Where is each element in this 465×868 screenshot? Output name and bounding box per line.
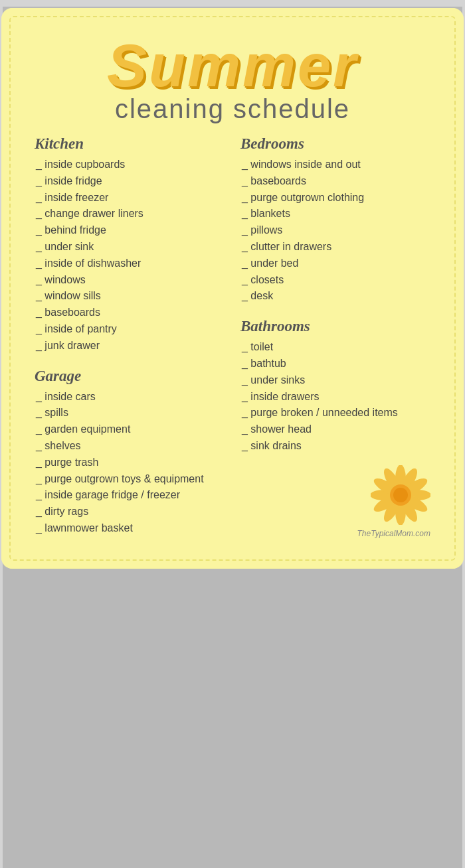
list-item: _ window sills [35, 288, 225, 305]
list-item: _ inside drawers [240, 389, 430, 405]
list-item: _ windows inside and out [240, 157, 430, 173]
list-item: _ closets [240, 272, 430, 289]
bedrooms-section: Bedrooms _ windows inside and out_ baseb… [240, 135, 430, 305]
card-container: Summer cleaning schedule Kitchen _ insid… [9, 16, 456, 561]
svg-point-13 [393, 488, 408, 502]
list-item: _ under bed [240, 255, 430, 272]
list-item: _ dirty rags [35, 504, 225, 520]
list-item: _ purge trash [35, 455, 225, 471]
left-column: Kitchen _ inside cupboards_ inside fridg… [35, 135, 225, 537]
garage-section: Garage _ inside cars_ spills_ garden equ… [35, 368, 225, 537]
footer-website: TheTypicalMom.com [240, 529, 430, 538]
list-item: _ inside garage fridge / freezer [35, 487, 225, 504]
list-item: _ blankets [240, 206, 430, 222]
title-subtitle: cleaning schedule [35, 93, 430, 125]
list-item: _ sink drains [240, 438, 430, 455]
bedrooms-title: Bedrooms [240, 135, 430, 153]
title-summer: Summer [35, 36, 430, 96]
kitchen-items: _ inside cupboards_ inside fridge_ insid… [35, 157, 225, 354]
list-item: _ inside of dishwasher [35, 255, 225, 272]
list-item: _ inside fridge [35, 173, 225, 190]
bathrooms-section: Bathrooms _ toilet_ bathtub_ under sinks… [240, 318, 430, 455]
list-item: _ shelves [35, 438, 225, 455]
list-item: _ purge outgrown toys & equipment [35, 471, 225, 488]
list-item: _ bathtub [240, 356, 430, 372]
list-item: _ toilet [240, 339, 430, 356]
list-item: _ lawnmower basket [35, 520, 225, 537]
list-item: _ baseboards [35, 305, 225, 321]
list-item: _ under sinks [240, 372, 430, 389]
list-item: _ pillows [240, 222, 430, 239]
garage-title: Garage [35, 368, 225, 385]
list-item: _ baseboards [240, 173, 430, 190]
kitchen-title: Kitchen [35, 135, 225, 153]
list-item: _ windows [35, 272, 225, 289]
list-item: _ inside of pantry [35, 321, 225, 338]
bathrooms-title: Bathrooms [240, 318, 430, 335]
list-item: _ shower head [240, 421, 430, 438]
right-column: Bedrooms _ windows inside and out_ baseb… [240, 135, 430, 538]
list-item: _ behind fridge [35, 222, 225, 239]
list-item: _ inside cupboards [35, 157, 225, 173]
list-item: _ change drawer liners [35, 206, 225, 222]
header: Summer cleaning schedule [35, 36, 430, 125]
list-item: _ inside cars [35, 389, 225, 405]
list-item: _ under sink [35, 239, 225, 255]
list-item: _ spills [35, 405, 225, 421]
list-item: _ purge outgrown clothing [240, 190, 430, 206]
bathrooms-items: _ toilet_ bathtub_ under sinks_ inside d… [240, 339, 430, 455]
main-card: Summer cleaning schedule Kitchen _ insid… [9, 16, 456, 561]
list-item: _ garden equipment [35, 421, 225, 438]
kitchen-section: Kitchen _ inside cupboards_ inside fridg… [35, 135, 225, 354]
list-item: _ purge broken / unneeded items [240, 405, 430, 421]
bedrooms-items: _ windows inside and out_ baseboards_ pu… [240, 157, 430, 305]
list-item: _ inside freezer [35, 190, 225, 206]
garage-items: _ inside cars_ spills_ garden equipment_… [35, 389, 225, 537]
list-item: _ junk drawer [35, 338, 225, 354]
daisy-icon [371, 465, 430, 525]
columns: Kitchen _ inside cupboards_ inside fridg… [35, 135, 430, 538]
list-item: _ desk [240, 288, 430, 305]
list-item: _ clutter in drawers [240, 239, 430, 255]
daisy-container [240, 465, 430, 528]
